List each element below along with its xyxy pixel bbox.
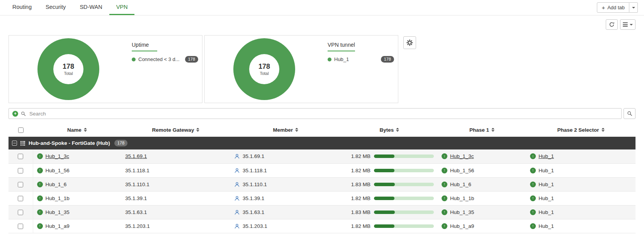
- uptime-donut-chart: 178 Total: [37, 38, 99, 100]
- bytes-value: 1.83 MB: [345, 209, 370, 215]
- tunnel-up-icon: [37, 168, 43, 173]
- tab-vpn[interactable]: VPN: [109, 0, 135, 15]
- column-label: Phase 1: [469, 127, 489, 133]
- table-row[interactable]: Hub_1_56 35.1.118.1 35.1.118.1 1.82 MB H…: [8, 163, 636, 177]
- remote-gateway-link[interactable]: 35.1.203.1: [125, 223, 150, 229]
- legend-dot-icon: [132, 58, 136, 61]
- donut-total-value: 178: [258, 63, 270, 71]
- gear-icon: [406, 39, 413, 46]
- remote-gateway-link[interactable]: 35.1.39.1: [125, 195, 147, 201]
- phase1-link[interactable]: Hub_1_3c: [450, 153, 474, 159]
- remote-gateway-link[interactable]: 35.1.63.1: [125, 209, 147, 215]
- phase1-link[interactable]: Hub_1_6: [450, 182, 471, 187]
- search-input[interactable]: [29, 110, 618, 117]
- column-label: Phase 2 Selector: [557, 127, 599, 133]
- add-filter-icon[interactable]: +: [12, 111, 18, 117]
- tab-security[interactable]: Security: [39, 0, 73, 15]
- person-icon: [234, 182, 240, 187]
- tab-bar: Routing Security SD-WAN VPN + Add tab: [0, 0, 644, 15]
- phase2-link[interactable]: Hub_1: [539, 195, 554, 201]
- table-header-row: Name Remote Gateway Member Bytes Phase 1…: [8, 123, 636, 137]
- tunnel-name-link[interactable]: Hub_1_1b: [46, 195, 70, 201]
- phase2-up-icon: [530, 223, 536, 229]
- list-menu-button[interactable]: [620, 19, 636, 30]
- bytes-progress-bar: [374, 224, 434, 228]
- tab-sdwan[interactable]: SD-WAN: [73, 0, 109, 15]
- table-row[interactable]: Hub_1_3c 35.1.69.1 35.1.69.1 1.82 MB Hub…: [8, 149, 636, 163]
- tunnel-name-link[interactable]: Hub_1_6: [46, 182, 67, 187]
- table-row[interactable]: Hub_1_35 35.1.63.1 35.1.63.1 1.83 MB Hub…: [8, 205, 636, 219]
- search-bar: +: [0, 103, 644, 123]
- widget-settings-button[interactable]: [403, 36, 416, 49]
- bytes-progress-bar: [374, 211, 434, 214]
- person-icon: [234, 223, 240, 229]
- phase1-up-icon: [442, 182, 447, 187]
- remote-gateway-link[interactable]: 35.1.118.1: [125, 168, 150, 173]
- table-row[interactable]: Hub_1_a9 35.1.203.1 35.1.203.1 1.82 MB H…: [8, 219, 636, 233]
- sort-icon: [295, 128, 298, 132]
- sort-icon: [84, 128, 87, 132]
- select-all-checkbox[interactable]: [18, 127, 24, 133]
- tunnel-name-link[interactable]: Hub_1_3c: [46, 153, 70, 159]
- remote-gateway-link[interactable]: 35.1.69.1: [125, 153, 147, 159]
- phase2-link[interactable]: Hub_1: [539, 182, 554, 187]
- column-header-remote-gateway[interactable]: Remote Gateway: [121, 123, 230, 137]
- legend-dot-icon: [328, 58, 331, 61]
- column-header-name[interactable]: Name: [33, 123, 121, 137]
- phase2-link[interactable]: Hub_1: [539, 153, 554, 159]
- group-count-badge: 178: [114, 140, 127, 146]
- remote-gateway-link[interactable]: 35.1.110.1: [125, 182, 150, 187]
- tunnel-name-link[interactable]: Hub_1_35: [46, 209, 70, 215]
- row-checkbox[interactable]: [18, 210, 23, 215]
- search-box[interactable]: +: [8, 108, 622, 119]
- phase1-link[interactable]: Hub_1_56: [450, 168, 474, 173]
- member-value: 35.1.63.1: [243, 209, 264, 215]
- phase1-up-icon: [442, 195, 447, 201]
- search-button[interactable]: [624, 108, 636, 119]
- legend-count-badge: 178: [381, 56, 394, 63]
- group-header-row[interactable]: Hub-and-Spoke - FortiGate (Hub) 178: [8, 137, 636, 149]
- member-value: 35.1.110.1: [243, 182, 267, 187]
- column-header-bytes[interactable]: Bytes: [341, 123, 438, 137]
- add-tab-dropdown-button[interactable]: [629, 2, 638, 13]
- tunnel-name-link[interactable]: Hub_1_a9: [46, 223, 70, 229]
- donut-total-label: Total: [64, 71, 73, 76]
- column-header-phase1[interactable]: Phase 1: [438, 123, 526, 137]
- member-value: 35.1.69.1: [243, 153, 264, 159]
- row-checkbox[interactable]: [18, 224, 23, 229]
- bytes-progress-bar: [374, 197, 434, 200]
- person-icon: [234, 153, 240, 159]
- row-checkbox[interactable]: [18, 196, 23, 201]
- column-label: Remote Gateway: [152, 127, 194, 133]
- tab-routing[interactable]: Routing: [5, 0, 39, 15]
- tunnel-name-link[interactable]: Hub_1_56: [46, 168, 70, 173]
- legend-item-hub1[interactable]: Hub_1 178: [328, 56, 394, 63]
- add-tab-button[interactable]: + Add tab: [597, 2, 629, 13]
- phase2-up-icon: [530, 195, 536, 201]
- collapse-icon[interactable]: [12, 141, 17, 146]
- phase2-link[interactable]: Hub_1: [539, 223, 554, 229]
- row-checkbox[interactable]: [18, 168, 23, 173]
- phase1-link[interactable]: Hub_1_a9: [450, 223, 474, 229]
- tunnel-up-icon: [37, 153, 43, 159]
- table-row[interactable]: Hub_1_6 35.1.110.1 35.1.110.1 1.83 MB Hu…: [8, 177, 636, 191]
- phase2-link[interactable]: Hub_1: [539, 168, 554, 173]
- tab-actions: + Add tab: [597, 2, 640, 13]
- plus-icon: +: [602, 5, 605, 10]
- phase1-link[interactable]: Hub_1_1b: [450, 195, 474, 201]
- refresh-button[interactable]: [606, 19, 618, 30]
- column-header-phase2-selector[interactable]: Phase 2 Selector: [526, 123, 636, 137]
- row-checkbox[interactable]: [18, 182, 23, 187]
- bytes-value: 1.83 MB: [345, 182, 370, 187]
- chevron-down-icon: [630, 24, 633, 25]
- phase1-link[interactable]: Hub_1_35: [450, 209, 474, 215]
- tunnel-up-icon: [37, 182, 43, 187]
- phase2-link[interactable]: Hub_1: [539, 209, 554, 215]
- vpn-tunnel-donut-chart: 178 Total: [233, 38, 295, 100]
- tab-list: Routing Security SD-WAN VPN: [5, 0, 134, 15]
- column-header-member[interactable]: Member: [230, 123, 341, 137]
- legend-item-connected[interactable]: Connected < 3 d... 178: [132, 56, 198, 63]
- row-checkbox[interactable]: [18, 154, 23, 159]
- bytes-value: 1.82 MB: [345, 168, 370, 173]
- table-row[interactable]: Hub_1_1b 35.1.39.1 35.1.39.1 1.82 MB Hub…: [8, 191, 636, 205]
